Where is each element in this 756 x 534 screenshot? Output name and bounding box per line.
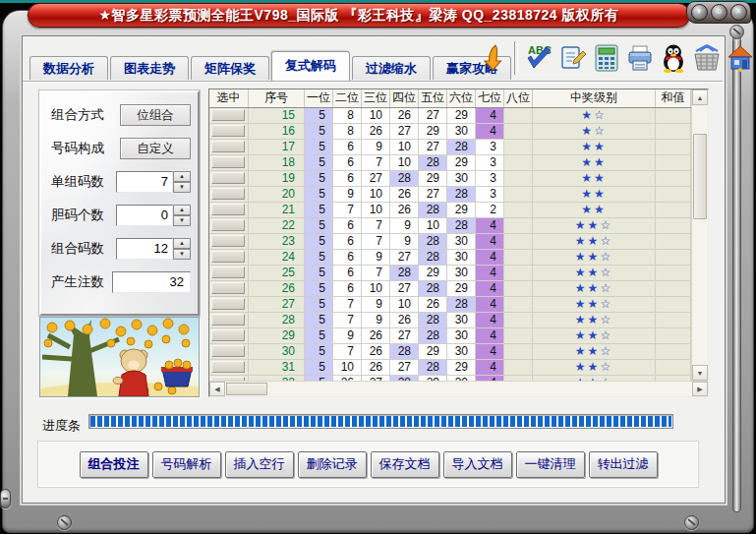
select-button[interactable] <box>211 361 245 373</box>
tab-数据分析[interactable]: 数据分析 <box>29 56 108 80</box>
select-button[interactable] <box>211 267 245 278</box>
table-row[interactable]: 175691027283★★ <box>209 140 691 155</box>
table-row[interactable]: 2959262728304★★☆ <box>209 328 691 344</box>
table-row[interactable]: 2656102728294★★☆ <box>209 281 691 297</box>
table-row[interactable]: 1956272829303★★ <box>209 171 691 187</box>
table-row[interactable]: 2157102628292★★ <box>209 203 691 218</box>
vertical-scroll-thumb[interactable] <box>693 134 707 219</box>
select-button[interactable] <box>211 141 245 152</box>
abc-check-icon[interactable]: ABC <box>525 43 554 73</box>
select-cell <box>209 203 249 218</box>
select-button[interactable] <box>211 251 245 263</box>
table-row[interactable]: 255672829304★★☆ <box>209 266 691 281</box>
tab-复式解码[interactable]: 复式解码 <box>271 51 350 81</box>
column-header-序号[interactable]: 序号 <box>249 89 305 107</box>
num-cell: 4 <box>476 250 504 266</box>
action-button-号码解析[interactable]: 号码解析 <box>152 451 221 478</box>
select-button[interactable] <box>211 204 245 215</box>
horizontal-scrollbar[interactable]: ◀ ▶ <box>209 381 708 396</box>
spinner-up-icon[interactable]: ▲ <box>173 171 191 182</box>
table-row[interactable]: 275791026284★★☆ <box>209 297 691 313</box>
scroll-left-arrow[interactable]: ◀ <box>209 382 225 396</box>
column-header-八位[interactable]: 八位 <box>504 89 533 107</box>
home-icon[interactable] <box>726 43 755 73</box>
select-button[interactable] <box>211 282 245 294</box>
table-row[interactable]: 285792628304★★☆ <box>209 313 691 328</box>
field-button-号码构成[interactable]: 自定义 <box>120 138 191 159</box>
table-row[interactable]: 185671028293★★ <box>209 155 691 171</box>
download-arrow-icon[interactable] <box>478 43 507 73</box>
spinner-down-icon[interactable]: ▼ <box>173 249 191 260</box>
select-button[interactable] <box>211 188 245 200</box>
notepad-icon[interactable] <box>558 43 588 73</box>
table-row[interactable]: 1658262729304★☆ <box>209 124 691 140</box>
num-cell: 10 <box>390 297 419 313</box>
column-header-五位[interactable]: 五位 <box>419 89 447 107</box>
field-label: 组合方式 <box>51 106 120 124</box>
action-button-转出过滤[interactable]: 转出过滤 <box>589 451 658 478</box>
action-button-导入文档[interactable]: 导入文档 <box>443 451 512 478</box>
select-button[interactable] <box>211 219 245 231</box>
action-button-保存文档[interactable]: 保存文档 <box>371 451 439 478</box>
spinner-value[interactable]: 7 <box>116 171 173 193</box>
select-button[interactable] <box>211 314 245 326</box>
column-header-三位[interactable]: 三位 <box>362 89 390 107</box>
spinner-down-icon[interactable]: ▼ <box>173 182 191 193</box>
field-input-产生注数[interactable]: 32 <box>112 271 191 293</box>
table-row[interactable]: 31510262728294★★☆ <box>209 360 691 376</box>
num-cell: 7 <box>333 344 362 360</box>
action-button-一键清理[interactable]: 一键清理 <box>516 451 585 478</box>
scroll-down-arrow[interactable]: ▼ <box>692 365 708 381</box>
spinner-down-icon[interactable]: ▼ <box>173 215 191 226</box>
column-header-选中[interactable]: 选中 <box>209 89 249 107</box>
vertical-scrollbar[interactable]: ▲ ▼ <box>691 89 708 381</box>
close-button[interactable]: ✕ <box>730 4 747 21</box>
tab-矩阵保奖[interactable]: 矩阵保奖 <box>191 56 269 80</box>
tab-过滤缩水[interactable]: 过滤缩水 <box>352 56 431 80</box>
table-row[interactable]: 22567910284★★☆ <box>209 218 691 234</box>
column-header-二位[interactable]: 二位 <box>333 89 362 107</box>
column-header-四位[interactable]: 四位 <box>390 89 419 107</box>
tab-图表走势[interactable]: 图表走势 <box>110 56 189 80</box>
select-button[interactable] <box>211 109 245 121</box>
table-row[interactable]: 1558102627294★☆ <box>209 108 691 124</box>
column-header-和值[interactable]: 和值 <box>656 89 691 107</box>
column-header-一位[interactable]: 一位 <box>305 89 333 107</box>
select-button[interactable] <box>211 156 245 168</box>
select-button[interactable] <box>211 329 245 341</box>
select-cell <box>209 250 249 266</box>
spinner-value[interactable]: 12 <box>116 238 173 260</box>
printer-icon[interactable] <box>625 43 655 73</box>
qq-penguin-icon[interactable] <box>659 43 688 73</box>
table-row[interactable]: 3057262829304★★☆ <box>209 344 691 360</box>
table-row[interactable]: 2059102627283★★ <box>209 187 691 203</box>
select-button[interactable] <box>211 298 245 310</box>
table-row[interactable]: 245692728304★★☆ <box>209 250 691 266</box>
spinner-up-icon[interactable]: ▲ <box>173 205 191 215</box>
select-button[interactable] <box>211 345 245 357</box>
scroll-right-arrow[interactable]: ▶ <box>692 382 708 396</box>
select-button[interactable] <box>211 235 245 247</box>
column-header-七位[interactable]: 七位 <box>476 89 504 107</box>
column-header-六位[interactable]: 六位 <box>447 89 476 107</box>
spinner-value[interactable]: 0 <box>116 205 173 226</box>
restore-button[interactable]: ⊘ <box>711 4 727 21</box>
action-button-插入空行[interactable]: 插入空行 <box>225 451 294 478</box>
num-cell: 30 <box>447 328 476 344</box>
num-cell: 6 <box>333 218 362 234</box>
table-row[interactable]: 23567928304★★☆ <box>209 234 691 250</box>
horizontal-scroll-thumb[interactable] <box>226 383 267 395</box>
action-button-组合投注[interactable]: 组合投注 <box>80 451 148 478</box>
select-button[interactable] <box>211 172 245 184</box>
scroll-up-arrow[interactable]: ▲ <box>692 89 708 105</box>
num-cell: 5 <box>305 297 333 313</box>
field-button-组合方式[interactable]: 位组合 <box>120 104 191 126</box>
action-button-删除记录[interactable]: 删除记录 <box>298 451 367 478</box>
spinner-up-icon[interactable]: ▲ <box>173 238 191 249</box>
column-header-中奖级别[interactable]: 中奖级别 <box>533 89 656 107</box>
calculator-icon[interactable] <box>592 43 621 73</box>
basket-icon[interactable] <box>692 43 722 73</box>
select-button[interactable] <box>211 125 245 137</box>
minimize-button[interactable]: ▼ <box>691 4 708 21</box>
title-bar[interactable]: ★智多星彩票预测全能王V798_国际版 『彩王科技』梁涛 QQ_23818724… <box>28 3 690 28</box>
